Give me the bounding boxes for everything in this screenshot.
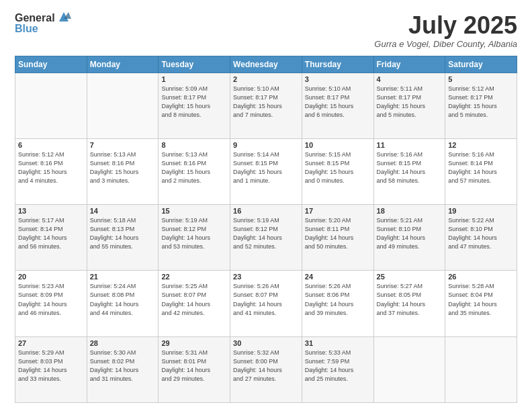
calendar-cell: 1Sunrise: 5:09 AM Sunset: 8:17 PM Daylig… (159, 73, 230, 138)
calendar-cell: 4Sunrise: 5:11 AM Sunset: 8:17 PM Daylig… (373, 73, 445, 138)
day-info: Sunrise: 5:32 AM Sunset: 8:00 PM Dayligh… (233, 349, 299, 383)
calendar-cell: 9Sunrise: 5:14 AM Sunset: 8:15 PM Daylig… (230, 138, 302, 204)
calendar-cell: 6Sunrise: 5:12 AM Sunset: 8:16 PM Daylig… (15, 138, 87, 204)
day-info: Sunrise: 5:09 AM Sunset: 8:17 PM Dayligh… (161, 85, 227, 120)
day-info: Sunrise: 5:19 AM Sunset: 8:12 PM Dayligh… (233, 216, 299, 251)
day-number: 25 (377, 273, 443, 281)
day-number: 29 (161, 339, 227, 347)
day-info: Sunrise: 5:26 AM Sunset: 8:06 PM Dayligh… (305, 282, 371, 317)
calendar-week-2: 6Sunrise: 5:12 AM Sunset: 8:16 PM Daylig… (15, 138, 517, 204)
day-info: Sunrise: 5:10 AM Sunset: 8:17 PM Dayligh… (233, 85, 299, 120)
location: Gurra e Vogel, Diber County, Albania (374, 39, 517, 49)
day-info: Sunrise: 5:12 AM Sunset: 8:17 PM Dayligh… (448, 85, 514, 120)
calendar-cell: 7Sunrise: 5:13 AM Sunset: 8:16 PM Daylig… (87, 138, 159, 204)
day-number: 16 (233, 207, 299, 215)
day-number: 11 (377, 141, 443, 149)
calendar-cell: 23Sunrise: 5:26 AM Sunset: 8:07 PM Dayli… (230, 271, 302, 336)
day-number: 30 (233, 339, 299, 347)
calendar-cell: 5Sunrise: 5:12 AM Sunset: 8:17 PM Daylig… (445, 73, 517, 138)
day-info: Sunrise: 5:21 AM Sunset: 8:10 PM Dayligh… (377, 216, 443, 251)
calendar-cell (445, 336, 517, 402)
calendar-header-monday: Monday (87, 56, 159, 73)
day-info: Sunrise: 5:28 AM Sunset: 8:04 PM Dayligh… (448, 282, 514, 317)
calendar-header-saturday: Saturday (445, 56, 517, 73)
day-info: Sunrise: 5:27 AM Sunset: 8:05 PM Dayligh… (377, 282, 443, 317)
calendar-cell: 26Sunrise: 5:28 AM Sunset: 8:04 PM Dayli… (445, 271, 517, 336)
calendar-cell: 2Sunrise: 5:10 AM Sunset: 8:17 PM Daylig… (230, 73, 302, 138)
day-number: 27 (18, 339, 84, 347)
day-info: Sunrise: 5:23 AM Sunset: 8:09 PM Dayligh… (18, 282, 84, 317)
day-number: 15 (161, 207, 227, 215)
day-number: 22 (161, 273, 227, 281)
calendar-cell: 22Sunrise: 5:25 AM Sunset: 8:07 PM Dayli… (159, 271, 230, 336)
day-info: Sunrise: 5:31 AM Sunset: 8:01 PM Dayligh… (161, 349, 227, 383)
day-info: Sunrise: 5:16 AM Sunset: 8:14 PM Dayligh… (448, 150, 514, 185)
day-info: Sunrise: 5:18 AM Sunset: 8:13 PM Dayligh… (90, 216, 156, 251)
day-number: 4 (377, 75, 443, 83)
day-number: 5 (448, 75, 514, 83)
calendar-cell (373, 336, 445, 402)
day-number: 3 (305, 75, 371, 83)
calendar-cell: 19Sunrise: 5:22 AM Sunset: 8:10 PM Dayli… (445, 205, 517, 271)
calendar-header-friday: Friday (373, 56, 445, 73)
calendar-cell: 14Sunrise: 5:18 AM Sunset: 8:13 PM Dayli… (87, 205, 159, 271)
day-number: 17 (305, 207, 371, 215)
day-number: 26 (448, 273, 514, 281)
day-number: 9 (233, 141, 299, 149)
day-info: Sunrise: 5:33 AM Sunset: 7:59 PM Dayligh… (305, 349, 371, 383)
calendar-header-row: SundayMondayTuesdayWednesdayThursdayFrid… (15, 56, 517, 73)
calendar-cell (15, 73, 87, 138)
calendar-cell: 30Sunrise: 5:32 AM Sunset: 8:00 PM Dayli… (230, 336, 302, 402)
calendar-cell: 13Sunrise: 5:17 AM Sunset: 8:14 PM Dayli… (15, 205, 87, 271)
day-info: Sunrise: 5:13 AM Sunset: 8:16 PM Dayligh… (90, 150, 156, 185)
day-info: Sunrise: 5:19 AM Sunset: 8:12 PM Dayligh… (161, 216, 227, 251)
day-number: 10 (305, 141, 371, 149)
day-number: 12 (448, 141, 514, 149)
day-info: Sunrise: 5:29 AM Sunset: 8:03 PM Dayligh… (18, 349, 84, 383)
title-area: July 2025 Gurra e Vogel, Diber County, A… (374, 12, 517, 49)
day-number: 28 (90, 339, 156, 347)
day-info: Sunrise: 5:26 AM Sunset: 8:07 PM Dayligh… (233, 282, 299, 317)
calendar-cell: 11Sunrise: 5:16 AM Sunset: 8:15 PM Dayli… (373, 138, 445, 204)
calendar-header-sunday: Sunday (15, 56, 87, 73)
calendar-cell: 28Sunrise: 5:30 AM Sunset: 8:02 PM Dayli… (87, 336, 159, 402)
day-number: 24 (305, 273, 371, 281)
calendar-cell: 18Sunrise: 5:21 AM Sunset: 8:10 PM Dayli… (373, 205, 445, 271)
calendar-week-3: 13Sunrise: 5:17 AM Sunset: 8:14 PM Dayli… (15, 205, 517, 271)
calendar-table: SundayMondayTuesdayWednesdayThursdayFrid… (15, 56, 517, 403)
day-number: 8 (161, 141, 227, 149)
header: General Blue July 2025 Gurra e Vogel, Di… (15, 12, 517, 49)
month-title: July 2025 (374, 12, 517, 39)
calendar-week-1: 1Sunrise: 5:09 AM Sunset: 8:17 PM Daylig… (15, 73, 517, 138)
calendar-cell: 8Sunrise: 5:13 AM Sunset: 8:16 PM Daylig… (159, 138, 230, 204)
day-number: 2 (233, 75, 299, 83)
calendar-cell: 15Sunrise: 5:19 AM Sunset: 8:12 PM Dayli… (159, 205, 230, 271)
logo-icon (56, 9, 71, 24)
day-number: 13 (18, 207, 84, 215)
day-info: Sunrise: 5:22 AM Sunset: 8:10 PM Dayligh… (448, 216, 514, 251)
day-info: Sunrise: 5:16 AM Sunset: 8:15 PM Dayligh… (377, 150, 443, 185)
day-info: Sunrise: 5:11 AM Sunset: 8:17 PM Dayligh… (377, 85, 443, 120)
day-number: 14 (90, 207, 156, 215)
calendar-cell (87, 73, 159, 138)
day-info: Sunrise: 5:24 AM Sunset: 8:08 PM Dayligh… (90, 282, 156, 317)
calendar-cell: 31Sunrise: 5:33 AM Sunset: 7:59 PM Dayli… (302, 336, 373, 402)
day-info: Sunrise: 5:30 AM Sunset: 8:02 PM Dayligh… (90, 349, 156, 383)
day-number: 23 (233, 273, 299, 281)
calendar-cell: 29Sunrise: 5:31 AM Sunset: 8:01 PM Dayli… (159, 336, 230, 402)
calendar-cell: 3Sunrise: 5:10 AM Sunset: 8:17 PM Daylig… (302, 73, 373, 138)
logo-blue: Blue (15, 23, 38, 35)
calendar-cell: 16Sunrise: 5:19 AM Sunset: 8:12 PM Dayli… (230, 205, 302, 271)
day-info: Sunrise: 5:15 AM Sunset: 8:15 PM Dayligh… (305, 150, 371, 185)
calendar-cell: 27Sunrise: 5:29 AM Sunset: 8:03 PM Dayli… (15, 336, 87, 402)
day-number: 19 (448, 207, 514, 215)
calendar-header-thursday: Thursday (302, 56, 373, 73)
calendar-header-wednesday: Wednesday (230, 56, 302, 73)
day-number: 20 (18, 273, 84, 281)
logo: General Blue (15, 12, 71, 35)
day-info: Sunrise: 5:25 AM Sunset: 8:07 PM Dayligh… (161, 282, 227, 317)
calendar-cell: 12Sunrise: 5:16 AM Sunset: 8:14 PM Dayli… (445, 138, 517, 204)
day-number: 18 (377, 207, 443, 215)
day-number: 7 (90, 141, 156, 149)
calendar-week-4: 20Sunrise: 5:23 AM Sunset: 8:09 PM Dayli… (15, 271, 517, 336)
